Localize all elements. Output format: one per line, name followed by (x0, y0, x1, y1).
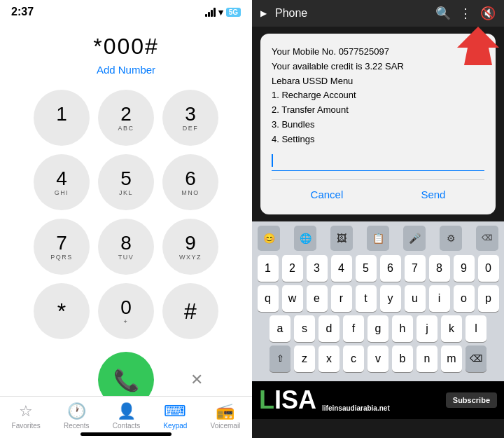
send-button[interactable]: Send (404, 186, 462, 203)
dial-key-9[interactable]: 9 WXYZ (162, 219, 218, 275)
search-icon[interactable]: 🔍 (435, 6, 451, 21)
left-panel: 2:37 ▾ 5G *000# Add Number 1 2 ABC 3 DEF (0, 0, 252, 438)
gear-key[interactable]: ⚙ (440, 226, 462, 251)
top-bar-right: 🔍 ⋮ 🔇 (435, 6, 496, 21)
shift-key[interactable]: ⇧ (270, 345, 290, 372)
cancel-button[interactable]: Cancel (294, 186, 360, 203)
image-key[interactable]: 🖼 (330, 226, 353, 251)
key-j[interactable]: j (416, 315, 438, 342)
mobile-number-line: Your Mobile No. 0577525097 (272, 46, 389, 57)
delete-button[interactable]: ✕ (183, 364, 210, 396)
key-t[interactable]: t (356, 285, 377, 312)
dial-key-2[interactable]: 2 ABC (98, 90, 154, 146)
status-time: 2:37 (11, 6, 34, 18)
dial-key-3[interactable]: 3 DEF (162, 90, 218, 146)
key-s[interactable]: s (294, 315, 315, 342)
dial-key-6[interactable]: 6 MNO (162, 154, 218, 210)
key-n[interactable]: n (416, 345, 438, 372)
dialed-number: *000# (93, 34, 159, 60)
right-panel: ▶ Phone 🔍 ⋮ 🔇 Your Mobile No. 0577525097… (252, 0, 504, 438)
key-8[interactable]: 8 (429, 255, 450, 282)
key-i[interactable]: i (429, 285, 450, 312)
dial-key-7[interactable]: 7 PQRS (34, 219, 90, 275)
menu-item-2: 2. Transfer Amount (272, 103, 484, 118)
key-7[interactable]: 7 (405, 255, 426, 282)
key-5[interactable]: 5 (356, 255, 377, 282)
key-4[interactable]: 4 (331, 255, 352, 282)
subscribe-button[interactable]: Subscribe (446, 392, 497, 408)
globe-key[interactable]: 🌐 (294, 226, 316, 251)
del-key[interactable]: ⌫ (476, 226, 498, 251)
key-6[interactable]: 6 (380, 255, 401, 282)
dial-key-8[interactable]: 8 TUV (98, 219, 154, 275)
app-label: Phone (275, 7, 307, 20)
key-f[interactable]: f (343, 315, 364, 342)
ussd-message: Your Mobile No. 0577525097 Your availabl… (272, 45, 484, 147)
menu-item-3: 3. Bundles (272, 118, 484, 132)
key-d[interactable]: d (318, 315, 340, 342)
dial-key-4[interactable]: 4 GHI (34, 154, 90, 210)
emoji-key[interactable]: 😊 (258, 226, 280, 251)
key-e[interactable]: e (307, 285, 328, 312)
more-icon[interactable]: ⋮ (459, 6, 472, 21)
ussd-input[interactable] (272, 154, 484, 171)
key-b[interactable]: b (392, 345, 413, 372)
zxcv-row: ⇧ z x c v b n m ⌫ (255, 345, 501, 372)
dial-key-0[interactable]: 0 + (98, 283, 154, 339)
key-u[interactable]: u (405, 285, 426, 312)
dial-key-5[interactable]: 5 JKL (98, 154, 154, 210)
key-c[interactable]: c (343, 345, 364, 372)
key-h[interactable]: h (392, 315, 413, 342)
key-9[interactable]: 9 (454, 255, 475, 282)
svg-marker-0 (457, 27, 499, 65)
number-row: 1 2 3 4 5 6 7 8 9 0 (255, 255, 501, 282)
status-icons: ▾ 5G (205, 7, 241, 18)
key-y[interactable]: y (380, 285, 401, 312)
key-x[interactable]: x (318, 345, 340, 372)
key-0[interactable]: 0 (478, 255, 499, 282)
lisa-ISA: ISA (274, 385, 316, 415)
dial-key-hash[interactable]: # (162, 283, 218, 339)
nav-voicemail[interactable]: 📻 Voicemail (211, 402, 241, 430)
key-1[interactable]: 1 (258, 255, 279, 282)
home-indicator (80, 432, 172, 436)
key-o[interactable]: o (454, 285, 475, 312)
signal-icon (205, 8, 216, 17)
nav-recents[interactable]: 🕐 Recents (64, 402, 90, 430)
ussd-actions: Cancel Send (272, 179, 484, 203)
key-q[interactable]: q (258, 285, 279, 312)
key-3[interactable]: 3 (307, 255, 328, 282)
key-2[interactable]: 2 (282, 255, 303, 282)
lisa-L: L (259, 385, 274, 415)
key-p[interactable]: p (478, 285, 499, 312)
key-k[interactable]: k (441, 315, 462, 342)
doc-key[interactable]: 📋 (367, 226, 389, 251)
dial-key-star[interactable]: * (34, 283, 90, 339)
text-cursor (272, 154, 273, 167)
keyboard: 😊 🌐 🖼 📋 🎤 ⚙ ⌫ 1 2 3 4 5 6 7 8 9 0 q w e … (252, 221, 504, 381)
lisa-subtitle: lifeinsaudiarabia.net (322, 404, 390, 415)
key-l[interactable]: l (465, 315, 486, 342)
voicemail-icon: 📻 (216, 402, 234, 420)
menu-title: Lebara USSD Menu (272, 76, 353, 86)
key-z[interactable]: z (294, 345, 315, 372)
nav-favorites[interactable]: ☆ Favorites (12, 402, 41, 430)
dialpad: 1 2 ABC 3 DEF 4 GHI 5 JKL 6 MNO 7 PQRS (34, 90, 218, 339)
nav-keypad[interactable]: ⌨ Keypad (163, 402, 187, 430)
dial-key-1[interactable]: 1 (34, 90, 90, 146)
key-a[interactable]: a (270, 315, 290, 342)
credit-line: Your available credit is 3.22 SAR (272, 61, 404, 71)
menu-item-1: 1. Recharge Account (272, 88, 484, 103)
nav-contacts[interactable]: 👤 Contacts (113, 402, 140, 430)
mic-key[interactable]: 🎤 (403, 226, 426, 251)
wifi-icon: ▾ (218, 7, 223, 18)
key-w[interactable]: w (282, 285, 303, 312)
mute-icon[interactable]: 🔇 (480, 6, 496, 21)
key-v[interactable]: v (368, 345, 388, 372)
backspace-key[interactable]: ⌫ (465, 345, 486, 372)
key-r[interactable]: r (331, 285, 352, 312)
add-number-link[interactable]: Add Number (97, 64, 155, 76)
key-m[interactable]: m (441, 345, 462, 372)
special-keys-row: 😊 🌐 🖼 📋 🎤 ⚙ ⌫ (255, 226, 501, 251)
key-g[interactable]: g (368, 315, 388, 342)
